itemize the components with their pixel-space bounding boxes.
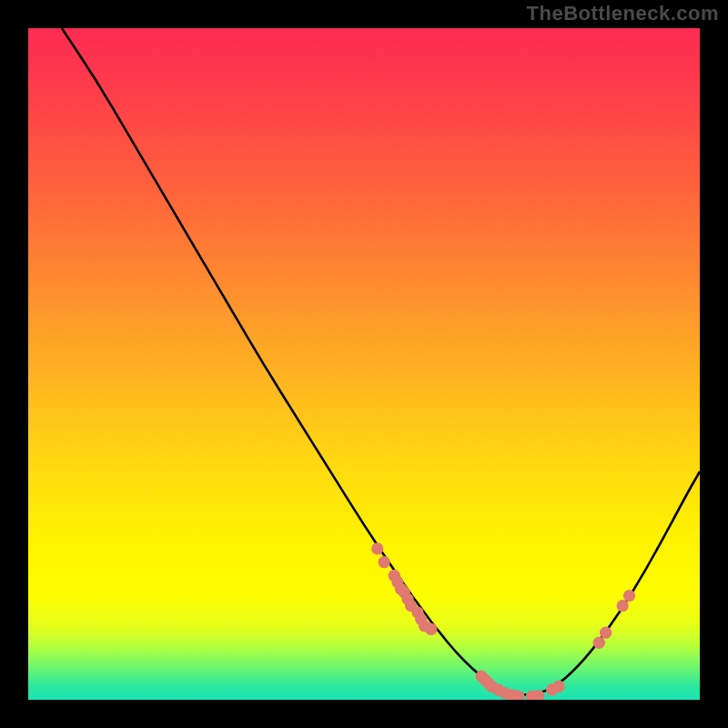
curve-point bbox=[616, 600, 628, 612]
curve-point bbox=[623, 590, 635, 602]
curve-svg bbox=[28, 28, 700, 700]
plot-area bbox=[28, 28, 700, 700]
curve-point bbox=[552, 681, 564, 693]
curve-point bbox=[378, 556, 389, 568]
bottleneck-curve bbox=[62, 28, 700, 694]
curve-point bbox=[593, 637, 605, 649]
chart-frame: TheBottleneck.com bbox=[0, 0, 728, 728]
curve-points-group bbox=[371, 542, 635, 700]
watermark-text: TheBottleneck.com bbox=[527, 2, 719, 25]
curve-point bbox=[371, 542, 383, 554]
curve-point bbox=[425, 623, 437, 635]
curve-point bbox=[600, 627, 612, 639]
